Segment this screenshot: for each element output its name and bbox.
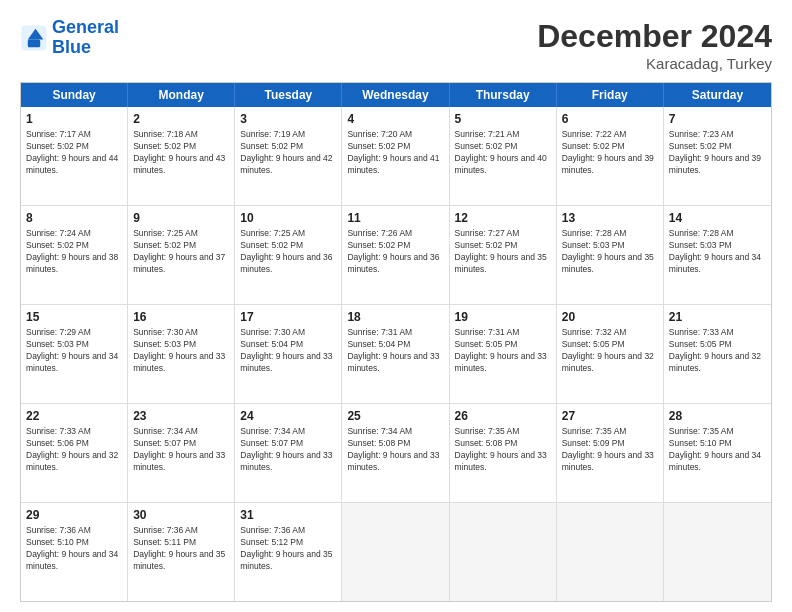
day-number: 26 xyxy=(455,408,551,424)
day-number: 20 xyxy=(562,309,658,325)
weekday-header-sunday: Sunday xyxy=(21,83,128,107)
weekday-header-monday: Monday xyxy=(128,83,235,107)
calendar-cell-11: 11Sunrise: 7:26 AMSunset: 5:02 PMDayligh… xyxy=(342,206,449,304)
calendar: SundayMondayTuesdayWednesdayThursdayFrid… xyxy=(20,82,772,602)
cell-info: Sunrise: 7:25 AMSunset: 5:02 PMDaylight:… xyxy=(240,228,336,276)
cell-info: Sunrise: 7:34 AMSunset: 5:08 PMDaylight:… xyxy=(347,426,443,474)
day-number: 23 xyxy=(133,408,229,424)
cell-info: Sunrise: 7:29 AMSunset: 5:03 PMDaylight:… xyxy=(26,327,122,375)
calendar-cell-8: 8Sunrise: 7:24 AMSunset: 5:02 PMDaylight… xyxy=(21,206,128,304)
cell-info: Sunrise: 7:35 AMSunset: 5:09 PMDaylight:… xyxy=(562,426,658,474)
cell-info: Sunrise: 7:27 AMSunset: 5:02 PMDaylight:… xyxy=(455,228,551,276)
day-number: 16 xyxy=(133,309,229,325)
cell-info: Sunrise: 7:19 AMSunset: 5:02 PMDaylight:… xyxy=(240,129,336,177)
calendar-cell-29: 29Sunrise: 7:36 AMSunset: 5:10 PMDayligh… xyxy=(21,503,128,601)
calendar-cell-2: 2Sunrise: 7:18 AMSunset: 5:02 PMDaylight… xyxy=(128,107,235,205)
day-number: 24 xyxy=(240,408,336,424)
cell-info: Sunrise: 7:28 AMSunset: 5:03 PMDaylight:… xyxy=(562,228,658,276)
cell-info: Sunrise: 7:36 AMSunset: 5:11 PMDaylight:… xyxy=(133,525,229,573)
cell-info: Sunrise: 7:35 AMSunset: 5:10 PMDaylight:… xyxy=(669,426,766,474)
calendar-cell-9: 9Sunrise: 7:25 AMSunset: 5:02 PMDaylight… xyxy=(128,206,235,304)
calendar-cell-30: 30Sunrise: 7:36 AMSunset: 5:11 PMDayligh… xyxy=(128,503,235,601)
calendar-cell-3: 3Sunrise: 7:19 AMSunset: 5:02 PMDaylight… xyxy=(235,107,342,205)
calendar-cell-empty xyxy=(342,503,449,601)
cell-info: Sunrise: 7:30 AMSunset: 5:03 PMDaylight:… xyxy=(133,327,229,375)
day-number: 29 xyxy=(26,507,122,523)
cell-info: Sunrise: 7:22 AMSunset: 5:02 PMDaylight:… xyxy=(562,129,658,177)
calendar-row-2: 8Sunrise: 7:24 AMSunset: 5:02 PMDaylight… xyxy=(21,206,771,305)
title-block: December 2024 Karacadag, Turkey xyxy=(537,18,772,72)
calendar-cell-16: 16Sunrise: 7:30 AMSunset: 5:03 PMDayligh… xyxy=(128,305,235,403)
cell-info: Sunrise: 7:35 AMSunset: 5:08 PMDaylight:… xyxy=(455,426,551,474)
calendar-cell-19: 19Sunrise: 7:31 AMSunset: 5:05 PMDayligh… xyxy=(450,305,557,403)
day-number: 31 xyxy=(240,507,336,523)
day-number: 19 xyxy=(455,309,551,325)
cell-info: Sunrise: 7:32 AMSunset: 5:05 PMDaylight:… xyxy=(562,327,658,375)
cell-info: Sunrise: 7:30 AMSunset: 5:04 PMDaylight:… xyxy=(240,327,336,375)
calendar-cell-22: 22Sunrise: 7:33 AMSunset: 5:06 PMDayligh… xyxy=(21,404,128,502)
day-number: 8 xyxy=(26,210,122,226)
day-number: 12 xyxy=(455,210,551,226)
calendar-cell-empty xyxy=(664,503,771,601)
logo: General Blue xyxy=(20,18,119,58)
calendar-cell-12: 12Sunrise: 7:27 AMSunset: 5:02 PMDayligh… xyxy=(450,206,557,304)
day-number: 27 xyxy=(562,408,658,424)
calendar-cell-31: 31Sunrise: 7:36 AMSunset: 5:12 PMDayligh… xyxy=(235,503,342,601)
cell-info: Sunrise: 7:23 AMSunset: 5:02 PMDaylight:… xyxy=(669,129,766,177)
weekday-header-friday: Friday xyxy=(557,83,664,107)
calendar-row-4: 22Sunrise: 7:33 AMSunset: 5:06 PMDayligh… xyxy=(21,404,771,503)
calendar-cell-13: 13Sunrise: 7:28 AMSunset: 5:03 PMDayligh… xyxy=(557,206,664,304)
cell-info: Sunrise: 7:34 AMSunset: 5:07 PMDaylight:… xyxy=(133,426,229,474)
weekday-header-saturday: Saturday xyxy=(664,83,771,107)
calendar-cell-5: 5Sunrise: 7:21 AMSunset: 5:02 PMDaylight… xyxy=(450,107,557,205)
calendar-cell-14: 14Sunrise: 7:28 AMSunset: 5:03 PMDayligh… xyxy=(664,206,771,304)
cell-info: Sunrise: 7:36 AMSunset: 5:12 PMDaylight:… xyxy=(240,525,336,573)
calendar-cell-25: 25Sunrise: 7:34 AMSunset: 5:08 PMDayligh… xyxy=(342,404,449,502)
day-number: 15 xyxy=(26,309,122,325)
calendar-cell-empty xyxy=(450,503,557,601)
page: General Blue December 2024 Karacadag, Tu… xyxy=(0,0,792,612)
calendar-cell-17: 17Sunrise: 7:30 AMSunset: 5:04 PMDayligh… xyxy=(235,305,342,403)
day-number: 11 xyxy=(347,210,443,226)
cell-info: Sunrise: 7:20 AMSunset: 5:02 PMDaylight:… xyxy=(347,129,443,177)
cell-info: Sunrise: 7:31 AMSunset: 5:05 PMDaylight:… xyxy=(455,327,551,375)
day-number: 2 xyxy=(133,111,229,127)
calendar-cell-6: 6Sunrise: 7:22 AMSunset: 5:02 PMDaylight… xyxy=(557,107,664,205)
location-title: Karacadag, Turkey xyxy=(537,55,772,72)
logo-icon xyxy=(20,24,48,52)
calendar-cell-28: 28Sunrise: 7:35 AMSunset: 5:10 PMDayligh… xyxy=(664,404,771,502)
day-number: 7 xyxy=(669,111,766,127)
calendar-row-1: 1Sunrise: 7:17 AMSunset: 5:02 PMDaylight… xyxy=(21,107,771,206)
calendar-cell-7: 7Sunrise: 7:23 AMSunset: 5:02 PMDaylight… xyxy=(664,107,771,205)
cell-info: Sunrise: 7:26 AMSunset: 5:02 PMDaylight:… xyxy=(347,228,443,276)
calendar-cell-1: 1Sunrise: 7:17 AMSunset: 5:02 PMDaylight… xyxy=(21,107,128,205)
svg-rect-2 xyxy=(28,39,40,47)
calendar-header: SundayMondayTuesdayWednesdayThursdayFrid… xyxy=(21,83,771,107)
day-number: 25 xyxy=(347,408,443,424)
calendar-cell-26: 26Sunrise: 7:35 AMSunset: 5:08 PMDayligh… xyxy=(450,404,557,502)
day-number: 10 xyxy=(240,210,336,226)
day-number: 14 xyxy=(669,210,766,226)
calendar-cell-empty xyxy=(557,503,664,601)
logo-line2: Blue xyxy=(52,37,91,57)
day-number: 22 xyxy=(26,408,122,424)
header: General Blue December 2024 Karacadag, Tu… xyxy=(20,18,772,72)
day-number: 3 xyxy=(240,111,336,127)
day-number: 17 xyxy=(240,309,336,325)
cell-info: Sunrise: 7:25 AMSunset: 5:02 PMDaylight:… xyxy=(133,228,229,276)
calendar-cell-23: 23Sunrise: 7:34 AMSunset: 5:07 PMDayligh… xyxy=(128,404,235,502)
logo-text: General Blue xyxy=(52,18,119,58)
cell-info: Sunrise: 7:31 AMSunset: 5:04 PMDaylight:… xyxy=(347,327,443,375)
day-number: 6 xyxy=(562,111,658,127)
cell-info: Sunrise: 7:21 AMSunset: 5:02 PMDaylight:… xyxy=(455,129,551,177)
calendar-cell-10: 10Sunrise: 7:25 AMSunset: 5:02 PMDayligh… xyxy=(235,206,342,304)
day-number: 13 xyxy=(562,210,658,226)
calendar-row-5: 29Sunrise: 7:36 AMSunset: 5:10 PMDayligh… xyxy=(21,503,771,601)
weekday-header-wednesday: Wednesday xyxy=(342,83,449,107)
calendar-cell-4: 4Sunrise: 7:20 AMSunset: 5:02 PMDaylight… xyxy=(342,107,449,205)
day-number: 1 xyxy=(26,111,122,127)
logo-line1: General xyxy=(52,17,119,37)
calendar-row-3: 15Sunrise: 7:29 AMSunset: 5:03 PMDayligh… xyxy=(21,305,771,404)
day-number: 5 xyxy=(455,111,551,127)
day-number: 28 xyxy=(669,408,766,424)
